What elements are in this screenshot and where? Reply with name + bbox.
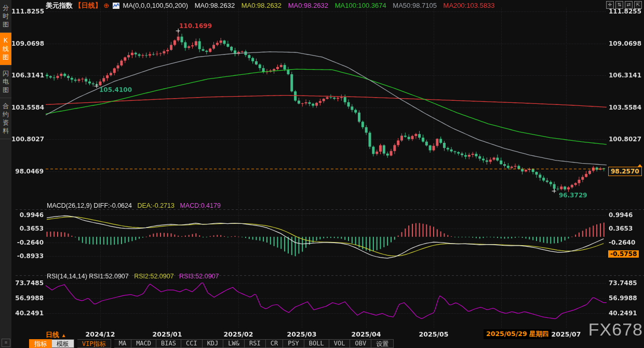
low-price-label-2: 96.3729 — [559, 192, 587, 199]
triangle-up-icon: ▲ — [61, 332, 66, 338]
x-axis-label: 2025/04 — [352, 330, 381, 338]
period-tag: 【日线】 — [75, 2, 102, 9]
rsi-tick: 56.9988 — [11, 295, 44, 302]
ma50-value: MA50:98.7105 — [393, 2, 437, 9]
sidebar-item-contract-info[interactable]: 合约资料 — [0, 98, 11, 139]
chart-canvas[interactable] — [0, 0, 644, 348]
y-tick-right: 106.3141 — [609, 72, 643, 79]
toolbar-kdj-button[interactable]: KDJ — [203, 339, 224, 348]
toolbar-bias-button[interactable]: BIAS — [156, 339, 181, 348]
low-price-label: 105.4100 — [99, 86, 132, 93]
macd-tick: 0.3653 — [11, 225, 44, 232]
toolbar-boll-button[interactable]: BOLL — [304, 339, 329, 348]
macd-header: MACD(26,12,9) DIFF:-0.0624 DEA:-0.2713 M… — [47, 202, 221, 209]
selected-date-badge: 2025/05/29 星期四 — [484, 329, 552, 339]
y-tick-right: 109.0698 — [609, 40, 643, 47]
window-tool-icons: ✛ ⇅ ⇄ ⇱ — [606, 1, 642, 9]
x-axis-label: 2025/03 — [287, 330, 317, 338]
toolbar-obv-button[interactable]: OBV — [350, 339, 371, 348]
macd-dea-label: DEA:-0.2713 — [137, 202, 175, 209]
macd-tick-right: 0.3653 — [609, 225, 643, 232]
y-tick: 111.8255 — [11, 8, 44, 15]
toolbar-macd-button[interactable]: MACD — [131, 339, 156, 348]
ma200-value: MA200:103.5833 — [444, 2, 495, 9]
rsi-tick-right: 73.7485 — [609, 279, 643, 287]
ma100-value: MA100:100.3674 — [335, 2, 386, 9]
x-axis-label: 2025/01 — [153, 330, 182, 338]
period-selector[interactable]: 日线 ▲ — [46, 330, 66, 340]
add-icon[interactable]: ⊕ — [103, 2, 109, 9]
x-axis-label: 2025/02 — [224, 330, 253, 338]
y-tick-right: 111.8255 — [609, 8, 643, 15]
toolbar-cr-button[interactable]: CR — [266, 339, 283, 348]
y-tick: 106.3141 — [11, 72, 44, 79]
rsi2-label: RSI2:52.0907 — [134, 273, 173, 280]
symbol-title: 美元指数 — [46, 2, 73, 9]
scale-y-icon[interactable]: ⇅ — [615, 1, 623, 9]
macd-tick: -0.8933 — [11, 252, 44, 260]
chart-header: 美元指数 【日线】 ⊕ MA(0,0,0,100,50,200) MA0:98.… — [46, 1, 500, 10]
x-axis-label: 2024/12 — [86, 330, 115, 338]
x-axis-label: 2025/05 — [419, 330, 449, 338]
rsi-tick-right: 56.9988 — [609, 295, 643, 302]
kline-app-window: 分时图 K线图 闪电图 合约资料 ≡ 美元指数 【日线】 ⊕ MA(0,0,0,… — [0, 0, 644, 348]
expand-icon[interactable]: ⇱ — [634, 1, 642, 9]
y-tick-right: 100.8027 — [609, 136, 643, 143]
toolbar-settings-button[interactable]: 设置 — [371, 339, 394, 348]
toolbar-lw-button[interactable]: LW& — [223, 339, 245, 348]
toolbar-vip-button[interactable]: VIP指标 — [77, 339, 111, 348]
macd-tick-right: 0.9946 — [609, 211, 643, 219]
price-up-triangle-icon — [637, 164, 642, 167]
toolbar-vol-button[interactable]: VOL — [329, 339, 351, 348]
macd-value-label: MACD:0.4179 — [180, 202, 221, 209]
rsi-header: RSI(14,14,14) RSI1:52.0907 RSI2:52.0907 … — [47, 273, 219, 280]
macd-tick: -0.2640 — [11, 239, 44, 246]
watermark: FX678 — [588, 319, 643, 340]
toolbar-rsi-button[interactable]: RSI — [245, 339, 266, 348]
sidebar-item-kline[interactable]: K线图 — [0, 33, 11, 65]
y-tick: 98.0469 — [11, 168, 44, 175]
rsi3-label: RSI3:52.0907 — [179, 273, 219, 280]
toolbar-indicator-button[interactable]: 指标 — [29, 339, 52, 348]
ma-group-label: MA(0,0,0,100,50,200) — [123, 2, 188, 9]
high-price-label: 110.1699 — [179, 22, 212, 30]
toolbar-psy-button[interactable]: PSY — [283, 339, 304, 348]
last-price-badge: 98.2570 — [608, 167, 642, 176]
macd-tick-right: -0.2640 — [609, 239, 643, 246]
pan-icon[interactable]: ✛ — [606, 1, 614, 9]
scale-x-icon[interactable]: ⇄ — [625, 1, 633, 9]
chart-type-sidebar: 分时图 K线图 闪电图 合约资料 ≡ — [0, 0, 11, 348]
sidebar-item-timeshare[interactable]: 分时图 — [0, 0, 11, 33]
rsi-tick: 73.7485 — [11, 279, 44, 287]
macd-tick: 0.9946 — [11, 211, 44, 219]
ma0-value-2: MA0:98.2632 — [242, 2, 281, 9]
rsi1-label: RSI(14,14,14) RSI1:52.0907 — [47, 273, 129, 280]
toolbar-ma-button[interactable]: MA — [114, 339, 131, 348]
x-axis-label: 2025/07 — [552, 330, 581, 338]
ma0-value-3: MA0:98.2632 — [288, 2, 328, 9]
y-tick: 103.5584 — [11, 104, 44, 111]
y-tick: 100.8027 — [11, 136, 44, 143]
macd-highlight-badge: -0.5758 — [608, 250, 639, 258]
y-tick: 109.0698 — [11, 40, 44, 47]
toolbar-template-button[interactable]: 模板 — [52, 339, 74, 348]
toolbar-cci-button[interactable]: CCI — [181, 339, 203, 348]
kline-thumb-icon[interactable] — [113, 3, 119, 9]
macd-diff-label: MACD(26,12,9) DIFF:-0.0624 — [47, 202, 132, 209]
rsi-tick: 40.2491 — [11, 310, 44, 317]
menu-icon[interactable]: ≡ — [2, 339, 10, 347]
indicator-toolbar: 指标 模板 VIP指标 MA MACD BIAS CCI KDJ LW& RSI… — [29, 339, 394, 348]
sidebar-item-flash[interactable]: 闪电图 — [0, 65, 11, 98]
rsi-tick-right: 40.2491 — [609, 310, 643, 317]
ma0-value: MA0:98.2632 — [195, 2, 235, 9]
y-tick-right: 103.5584 — [609, 104, 643, 111]
